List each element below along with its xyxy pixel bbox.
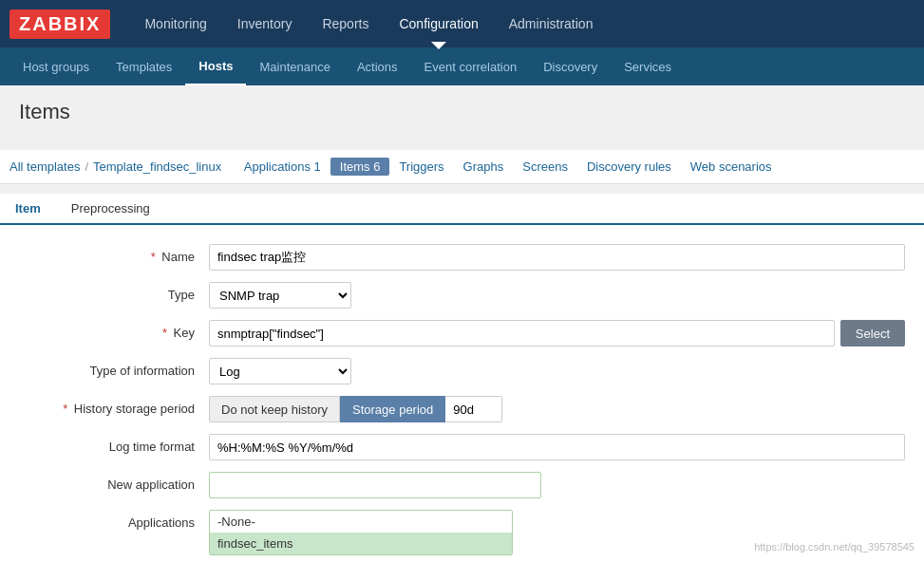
type-control: SNMP trap [209,282,905,309]
type-of-info-control: Log [209,358,905,384]
watermark: https://blog.csdn.net/qq_39578545 [754,541,915,553]
key-label: * Key [19,320,209,340]
key-input[interactable] [209,320,835,347]
subnav-event-correlation[interactable]: Event correlation [411,47,531,85]
type-label: Type [19,282,209,302]
nav-monitoring[interactable]: Monitoring [129,0,221,47]
history-label: * History storage period [19,396,209,416]
page-content-area: Items [0,85,924,150]
breadcrumb-tab-items[interactable]: Items 6 [330,158,390,176]
log-time-label: Log time format [19,434,209,454]
applications-list: -None- findsec_items [209,510,513,555]
key-control: Select [209,320,905,347]
top-nav-items: Monitoring Inventory Reports Configurati… [129,0,608,47]
subnav-hosts[interactable]: Hosts [185,47,246,85]
tab-preprocessing[interactable]: Preprocessing [56,194,165,223]
do-not-keep-history-button[interactable]: Do not keep history [209,396,340,422]
new-app-label: New application [19,472,209,492]
name-control [209,244,905,271]
type-of-info-label: Type of information [19,358,209,378]
nav-configuration[interactable]: Configuration [384,0,493,47]
app-list-item-findsec[interactable]: findsec_items [210,533,512,554]
zabbix-logo: ZABBIX [9,9,110,39]
form-tabs: Item Preprocessing [0,194,924,225]
subnav-maintenance[interactable]: Maintenance [246,47,343,85]
app-list-item-none[interactable]: -None- [210,511,512,533]
subnav-templates[interactable]: Templates [103,47,185,85]
log-time-control [209,434,905,460]
type-of-info-select[interactable]: Log [209,358,351,384]
sub-navigation: Host groups Templates Hosts Maintenance … [0,47,924,85]
breadcrumb-tab-triggers[interactable]: Triggers [389,158,453,176]
key-required-star: * [162,326,167,340]
breadcrumb-tab-graphs[interactable]: Graphs [454,158,514,176]
nav-inventory[interactable]: Inventory [222,0,308,47]
form-row-new-application: New application [0,472,924,498]
subnav-discovery[interactable]: Discovery [530,47,611,85]
form-row-log-time: Log time format [0,434,924,460]
type-select[interactable]: SNMP trap [209,282,351,309]
breadcrumb-all-templates[interactable]: All templates [9,159,80,174]
subnav-host-groups[interactable]: Host groups [9,47,103,85]
breadcrumb-tab-discovery-rules[interactable]: Discovery rules [577,158,681,176]
storage-period-button[interactable]: Storage period [340,396,445,422]
name-input[interactable] [209,244,905,271]
breadcrumb-tab-screens[interactable]: Screens [513,158,577,176]
history-row: Do not keep history Storage period [209,396,905,422]
history-required-star: * [63,402,67,416]
form-row-type-of-info: Type of information Log [0,358,924,384]
form-row-type: Type SNMP trap [0,282,924,309]
select-button[interactable]: Select [840,320,905,347]
nav-reports[interactable]: Reports [307,0,384,47]
tab-item[interactable]: Item [0,194,56,225]
history-control: Do not keep history Storage period [209,396,905,422]
nav-administration[interactable]: Administration [494,0,609,47]
applications-label: Applications [19,510,209,530]
breadcrumb-bar: All templates / Template_findsec_linux A… [0,150,924,184]
form-row-key: * Key Select [0,320,924,347]
storage-period-input[interactable] [445,396,502,422]
subnav-actions[interactable]: Actions [344,47,411,85]
subnav-services[interactable]: Services [611,47,685,85]
form-row-history: * History storage period Do not keep his… [0,396,924,422]
breadcrumb-tab-applications[interactable]: Applications 1 [235,158,330,176]
page-title: Items [19,100,905,124]
top-navigation: ZABBIX Monitoring Inventory Reports Conf… [0,0,924,47]
form-row-name: * Name [0,244,924,271]
item-form: * Name Type SNMP trap * Key Select Type [0,225,924,562]
name-required-star: * [151,250,156,264]
log-time-input[interactable] [209,434,905,460]
new-app-control [209,472,905,498]
breadcrumb-separator-2 [226,159,230,174]
breadcrumb-template-findsec[interactable]: Template_findsec_linux [93,159,221,174]
key-row: Select [209,320,905,347]
breadcrumb-tab-web-scenarios[interactable]: Web scenarios [681,158,782,176]
new-app-input[interactable] [209,472,541,498]
name-label: * Name [19,244,209,264]
breadcrumb-separator-1: / [85,159,88,174]
